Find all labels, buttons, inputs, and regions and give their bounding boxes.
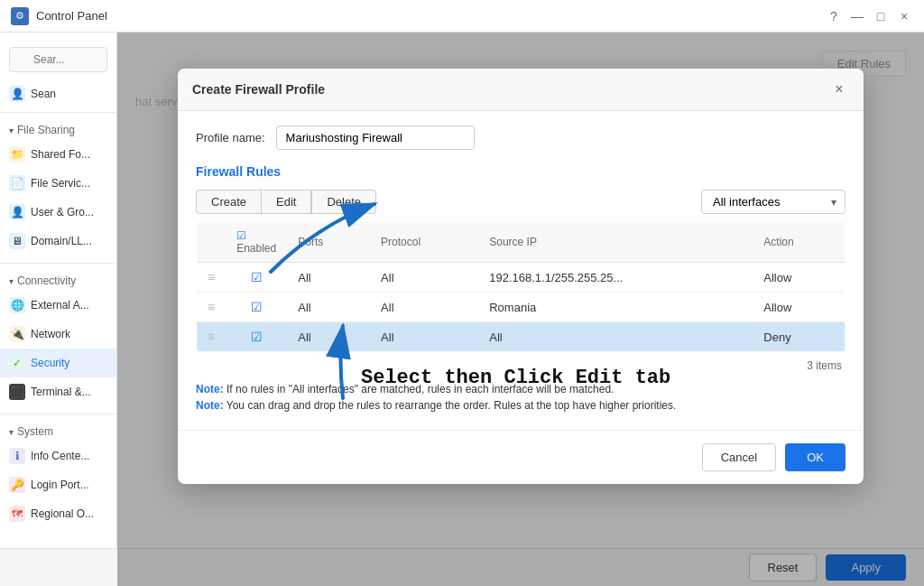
regional-label: Regional O... <box>31 507 94 520</box>
external-access-label: External A... <box>31 299 89 312</box>
edit-rule-button[interactable]: Edit <box>261 190 311 214</box>
ports-cell-3: All <box>287 322 370 352</box>
rules-table: ☑ Enabled Ports Protocol Source IP Actio… <box>196 221 845 352</box>
external-access-icon: 🌐 <box>9 297 25 313</box>
th-protocol: Protocol <box>370 222 478 263</box>
table-row-selected[interactable]: ≡ ☑ All All All Deny <box>197 322 845 352</box>
sidebar-item-shared-folders[interactable]: 📁 Shared Fo... <box>0 140 116 169</box>
cancel-button[interactable]: Cancel <box>702 443 776 471</box>
enabled-checkbox-all[interactable]: ☑ <box>236 229 246 242</box>
domain-label: Domain/LL... <box>31 235 92 247</box>
sidebar-item-network[interactable]: 🔌 Network <box>0 320 116 349</box>
protocol-cell-3: All <box>370 322 478 352</box>
terminal-label: Terminal &... <box>31 386 91 398</box>
ports-cell-1: All <box>287 263 370 293</box>
sidebar-item-external-access[interactable]: 🌐 External A... <box>0 291 116 320</box>
sidebar-item-domain[interactable]: 🖥 Domain/LL... <box>0 227 116 256</box>
drag-icon-3: ≡ <box>208 330 215 344</box>
regional-icon: 🗺 <box>9 506 25 522</box>
dialog-title-bar: Create Firewall Profile × <box>178 69 864 111</box>
protocol-cell-2: All <box>370 293 478 322</box>
drag-icon-2: ≡ <box>208 300 215 314</box>
sidebar: 👤 Sean ▾ File Sharing 📁 Shared Fo... 📄 F… <box>0 33 117 586</box>
ok-button[interactable]: OK <box>785 443 845 471</box>
network-icon: 🔌 <box>9 326 25 342</box>
divider-1 <box>0 112 116 113</box>
chevron-down-icon-2: ▾ <box>9 276 14 286</box>
sidebar-item-security[interactable]: ✓ Security <box>0 349 116 377</box>
search-wrapper <box>9 47 107 72</box>
shared-folders-icon: 📁 <box>9 146 25 163</box>
table-row[interactable]: ≡ ☑ All All 192.168.1.1/255.255.25... Al… <box>197 263 845 293</box>
main-panel: Edit Rules hat service or Create Firewal… <box>117 33 924 586</box>
info-center-icon: ℹ <box>9 448 25 464</box>
user-label: Sean <box>31 88 56 100</box>
delete-rule-button[interactable]: Delete <box>311 190 376 214</box>
interfaces-select[interactable]: All interfaces LAN WAN Custom <box>701 190 845 214</box>
sidebar-item-regional[interactable]: 🗺 Regional O... <box>0 499 116 528</box>
sidebar-item-user-groups[interactable]: 👤 User & Gro... <box>0 198 116 227</box>
user-icon: 👤 <box>9 86 25 102</box>
maximize-button[interactable]: □ <box>872 7 890 25</box>
enabled-cell-2: ☑ <box>226 293 287 322</box>
protocol-cell-1: All <box>370 263 478 293</box>
interfaces-select-wrapper: All interfaces LAN WAN Custom ▾ <box>701 190 845 214</box>
security-icon: ✓ <box>9 355 25 371</box>
close-window-button[interactable]: × <box>895 7 913 25</box>
chevron-down-icon-3: ▾ <box>9 427 14 437</box>
th-enabled-label: Enabled <box>236 242 276 255</box>
network-label: Network <box>31 328 70 340</box>
user-groups-icon: 👤 <box>9 204 25 220</box>
firewall-rules-header[interactable]: Firewall Rules <box>196 164 845 179</box>
login-portal-label: Login Port... <box>31 479 89 491</box>
drag-handle-2[interactable]: ≡ <box>197 293 226 322</box>
profile-name-input[interactable] <box>276 126 475 150</box>
sidebar-search-area <box>0 40 116 79</box>
enabled-cell-1: ☑ <box>226 263 287 293</box>
help-button[interactable]: ? <box>825 7 843 25</box>
window-controls: ? — □ × <box>825 7 913 25</box>
source-ip-cell-2: Romania <box>478 293 753 322</box>
checkbox-checked-icon[interactable]: ☑ <box>251 270 263 284</box>
th-enabled: ☑ Enabled <box>226 222 287 263</box>
file-services-icon: 📄 <box>9 175 25 191</box>
sidebar-item-login-portal[interactable]: 🔑 Login Port... <box>0 470 116 499</box>
sidebar-item-file-services[interactable]: 📄 File Servic... <box>0 169 116 198</box>
dialog-close-button[interactable]: × <box>829 79 849 99</box>
table-row[interactable]: ≡ ☑ All All Romania Allow <box>197 293 845 322</box>
checkbox-checked-icon-2[interactable]: ☑ <box>251 300 263 314</box>
terminal-icon: ⬛ <box>9 384 25 400</box>
th-drag <box>197 222 226 263</box>
note-text-2: You can drag and drop the rules to rearr… <box>226 399 677 412</box>
info-center-label: Info Cente... <box>31 450 89 462</box>
drag-handle-3[interactable]: ≡ <box>197 322 226 352</box>
file-sharing-header[interactable]: ▾ File Sharing <box>0 120 116 140</box>
connectivity-header[interactable]: ▾ Connectivity <box>0 271 116 291</box>
sidebar-item-terminal[interactable]: ⬛ Terminal &... <box>0 377 116 406</box>
note-label-1: Note: <box>196 383 224 395</box>
th-action: Action <box>753 222 845 263</box>
drag-icon: ≡ <box>208 270 215 284</box>
sidebar-item-info-center[interactable]: ℹ Info Cente... <box>0 442 116 470</box>
domain-icon: 🖥 <box>9 233 25 249</box>
note-1: Note: If no rules in "All interfaces" ar… <box>196 383 845 395</box>
rules-toolbar: Create Edit Delete All interfaces LAN WA… <box>196 190 845 214</box>
items-count: 3 items <box>196 352 845 379</box>
content-area: 👤 Sean ▾ File Sharing 📁 Shared Fo... 📄 F… <box>0 33 924 586</box>
source-ip-cell-3: All <box>478 322 753 352</box>
checkbox-checked-icon-3[interactable]: ☑ <box>251 330 263 344</box>
sidebar-section-connectivity: ▾ Connectivity 🌐 External A... 🔌 Network… <box>0 267 116 410</box>
title-bar: ⚙ Control Panel ? — □ × <box>0 0 924 33</box>
search-input[interactable] <box>9 47 107 72</box>
sidebar-section-file-sharing: ▾ File Sharing 📁 Shared Fo... 📄 File Ser… <box>0 116 116 259</box>
system-header[interactable]: ▾ System <box>0 422 116 442</box>
action-cell-3: Deny <box>753 322 845 352</box>
create-firewall-profile-dialog: Create Firewall Profile × Profile name: … <box>178 69 864 484</box>
note-text-1: If no rules in "All interfaces" are matc… <box>226 383 614 395</box>
minimize-button[interactable]: — <box>848 7 866 25</box>
create-rule-button[interactable]: Create <box>196 190 261 214</box>
th-source-ip: Source IP <box>478 222 753 263</box>
drag-handle-1[interactable]: ≡ <box>197 263 226 293</box>
sidebar-item-user[interactable]: 👤 Sean <box>0 79 116 108</box>
file-services-label: File Servic... <box>31 177 90 190</box>
